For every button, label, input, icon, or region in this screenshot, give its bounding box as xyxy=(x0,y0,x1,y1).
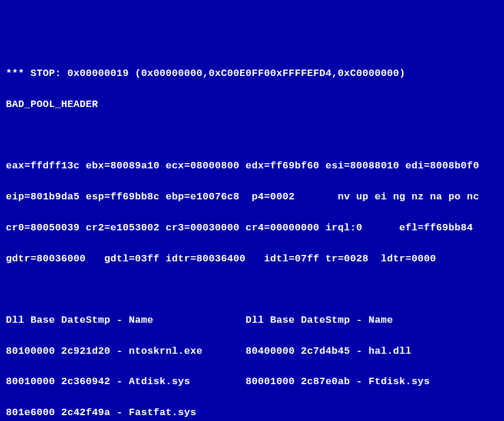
dll-row: 80100000 2c921d20 - ntoskrnl.exe 8040000… xyxy=(6,344,498,359)
blank-line xyxy=(6,282,498,297)
stop-code-line: *** STOP: 0x00000019 (0x00000000,0xC00E0… xyxy=(6,66,498,81)
error-name: BAD_POOL_HEADER xyxy=(6,97,498,112)
dll-row: 80010000 2c360942 - Atdisk.sys 80001000 … xyxy=(6,374,498,389)
dll-header: Dll Base DateStmp - Name Dll Base DateSt… xyxy=(6,313,498,328)
dll-row: 801e6000 2c42f49a - Fastfat.sys xyxy=(6,405,498,420)
register-line-1: eax=ffdff13c ebx=80089a10 ecx=08000800 e… xyxy=(6,158,498,174)
register-line-3: cr0=80050039 cr2=e1053002 cr3=00030000 c… xyxy=(6,220,498,236)
blank-line xyxy=(6,128,498,143)
register-line-4: gdtr=80036000 gdtl=03ff idtr=80036400 id… xyxy=(6,251,498,267)
register-line-2: eip=801b9da5 esp=ff69bb8c ebp=e10076c8 p… xyxy=(6,189,498,205)
